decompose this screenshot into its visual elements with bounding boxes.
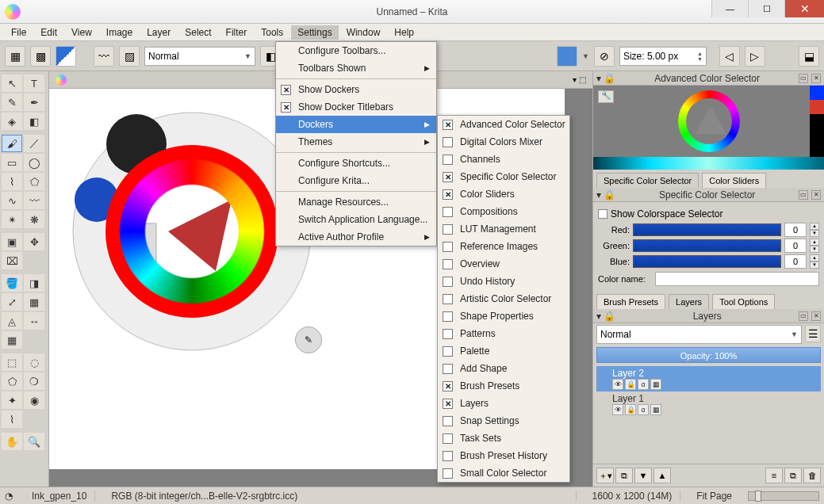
mi-docker-reference-images[interactable]: Reference Images (438, 238, 569, 255)
contiguous-select-tool[interactable]: ✦ (2, 391, 22, 409)
poly-select-tool[interactable]: ⬠ (2, 372, 22, 390)
close-icon[interactable]: ✕ (811, 74, 821, 83)
edit-shape-tool[interactable]: ✎ (2, 94, 22, 111)
float-icon[interactable]: ▭ (799, 74, 808, 83)
mi-docker-brush-preset-history[interactable]: Brush Preset History (438, 447, 569, 464)
scs-titlebar[interactable]: ▾ 🔒Specific Color Selector ▭ ✕ (593, 188, 824, 202)
mi-docker-task-sets[interactable]: Task Sets (438, 430, 569, 447)
menu-view[interactable]: View (65, 25, 98, 40)
mi-docker-overview[interactable]: Overview (438, 255, 569, 273)
tab-brush-presets[interactable]: Brush Presets (596, 294, 665, 309)
pattern-fill-tool[interactable]: ▦ (24, 293, 44, 311)
mi-docker-compositions[interactable]: Compositions (438, 203, 569, 220)
polygon-tool[interactable]: ⬠ (24, 173, 44, 190)
gradient-edit-tool[interactable]: ◧ (24, 113, 44, 130)
multibrush-tool[interactable]: ❋ (24, 211, 44, 228)
grid-tool[interactable]: ▦ (2, 331, 22, 349)
zoom-slider[interactable] (748, 491, 819, 501)
minimize-button[interactable]: — (711, 0, 748, 17)
fgbg-swatch[interactable] (56, 46, 76, 67)
blue-value[interactable]: 0 (784, 254, 807, 269)
line-tool[interactable]: ／ (24, 135, 44, 152)
float-icon[interactable]: ▭ (799, 311, 808, 321)
mi-docker-brush-presets[interactable]: ✕Brush Presets (438, 377, 569, 395)
status-zoom[interactable]: Fit Page (688, 491, 740, 502)
float-icon[interactable]: ▭ (799, 190, 808, 200)
freehand-brush-tool[interactable]: 🖌 (2, 135, 22, 152)
eye-icon[interactable]: 👁 (612, 404, 623, 415)
color-name-input[interactable] (655, 272, 819, 286)
maximize-button[interactable]: ☐ (748, 0, 784, 17)
mi-docker-specific-color-selector[interactable]: ✕Specific Color Selector (438, 168, 569, 185)
mi-manage-resources[interactable]: Manage Resources... (276, 193, 436, 211)
layer-props2-button[interactable]: ⧉ (784, 468, 802, 483)
move-tool[interactable]: ↖ (2, 74, 22, 92)
mi-active-author[interactable]: Active Author Profile▶ (276, 228, 436, 246)
lock-icon[interactable]: 🔒 (625, 404, 636, 415)
dock-float-icon[interactable]: ▾ ⬚ (573, 75, 586, 84)
move-up-button[interactable]: ▲ (653, 468, 671, 483)
red-value[interactable]: 0 (784, 223, 807, 237)
close-icon[interactable]: ✕ (811, 190, 821, 200)
tab-color-sliders[interactable]: Color Sliders (702, 173, 766, 188)
rectangle-tool[interactable]: ▭ (2, 154, 22, 171)
similar-select-tool[interactable]: ◉ (24, 391, 44, 409)
duplicate-layer-button[interactable]: ⧉ (615, 468, 633, 483)
mi-dockers[interactable]: Dockers▶ (276, 116, 436, 133)
rect-select-tool[interactable]: ⬚ (2, 353, 22, 371)
layer-opacity-slider[interactable]: Opacity: 100% (596, 347, 821, 363)
layer-item-2[interactable]: Layer 2 👁🔒α▦ (596, 366, 821, 391)
transform-tool[interactable]: ▣ (2, 233, 22, 250)
color-wheel[interactable] (678, 90, 740, 152)
mi-docker-snap-settings[interactable]: Snap Settings (438, 412, 569, 430)
mirror-v-button[interactable]: ▷ (745, 46, 765, 67)
layer-props-button[interactable]: ≡ (765, 468, 783, 483)
mi-switch-lang[interactable]: Switch Application Language... (276, 211, 436, 228)
assistant-tool[interactable]: ◬ (2, 312, 22, 330)
dyna-tool[interactable]: ✴ (2, 211, 22, 228)
layer-item-1[interactable]: Layer 1 👁🔒α▦ (596, 391, 821, 417)
tab-specific-color[interactable]: Specific Color Selector (596, 173, 699, 188)
mi-show-dockers[interactable]: ✕Show Dockers (276, 81, 436, 98)
color-swatch[interactable] (557, 46, 577, 67)
mi-docker-patterns[interactable]: Patterns (438, 325, 569, 342)
mi-docker-lut-management[interactable]: LUT Management (438, 220, 569, 238)
mi-configure-toolbars[interactable]: Configure Toolbars... (276, 42, 436, 59)
mi-show-titlebars[interactable]: ✕Show Docker Titlebars (276, 98, 436, 116)
ellipse-tool[interactable]: ◯ (24, 154, 44, 171)
alpha-icon[interactable]: α (638, 404, 649, 415)
menu-help[interactable]: Help (388, 25, 420, 40)
workspace-button[interactable]: ⬓ (799, 46, 819, 67)
green-value[interactable]: 0 (784, 239, 807, 253)
menu-edit[interactable]: Edit (34, 25, 63, 40)
menu-window[interactable]: Window (340, 25, 387, 40)
gradient-button[interactable]: ▦ (5, 46, 25, 67)
lock-icon[interactable]: 🔒 (625, 379, 636, 390)
mirror-h-button[interactable]: ◁ (719, 46, 740, 67)
polyline-tool[interactable]: ⌇ (2, 173, 22, 190)
blend-mode-combo[interactable]: Normal ▼ (144, 47, 255, 66)
blue-slider[interactable] (633, 255, 781, 268)
mi-configure-krita[interactable]: Configure Krita... (276, 172, 436, 189)
freehand-path-tool[interactable]: 〰 (24, 192, 44, 209)
close-icon[interactable]: ✕ (811, 311, 821, 321)
ellipse-select-tool[interactable]: ◌ (24, 353, 44, 371)
mi-docker-channels[interactable]: Channels (438, 151, 569, 168)
mi-docker-palette[interactable]: Palette (438, 342, 569, 360)
alpha-lock-button[interactable]: ⊘ (594, 46, 615, 67)
mi-docker-advanced-color-selector[interactable]: ✕Advanced Color Selector (438, 116, 569, 133)
menu-layer[interactable]: Layer (140, 25, 177, 40)
mi-docker-color-sliders[interactable]: ✕Color Sliders (438, 185, 569, 203)
layers-titlebar[interactable]: ▾ 🔒Layers ▭ ✕ (593, 309, 824, 323)
mi-themes[interactable]: Themes▶ (276, 133, 436, 151)
mi-docker-digital-colors-mixer[interactable]: Digital Colors Mixer (438, 133, 569, 151)
mi-configure-shortcuts[interactable]: Configure Shortcuts... (276, 155, 436, 172)
layer-blend-combo[interactable]: Normal▼ (596, 325, 802, 344)
mi-docker-layers[interactable]: ✕Layers (438, 395, 569, 412)
bezier-tool[interactable]: ∿ (2, 192, 22, 209)
tab-tool-options[interactable]: Tool Options (712, 294, 775, 309)
zoom-tool[interactable]: 🔍 (24, 433, 44, 450)
freehand-select-tool[interactable]: ❍ (24, 372, 44, 390)
menu-tools[interactable]: Tools (255, 25, 289, 40)
pattern-button[interactable]: ▩ (30, 46, 51, 67)
